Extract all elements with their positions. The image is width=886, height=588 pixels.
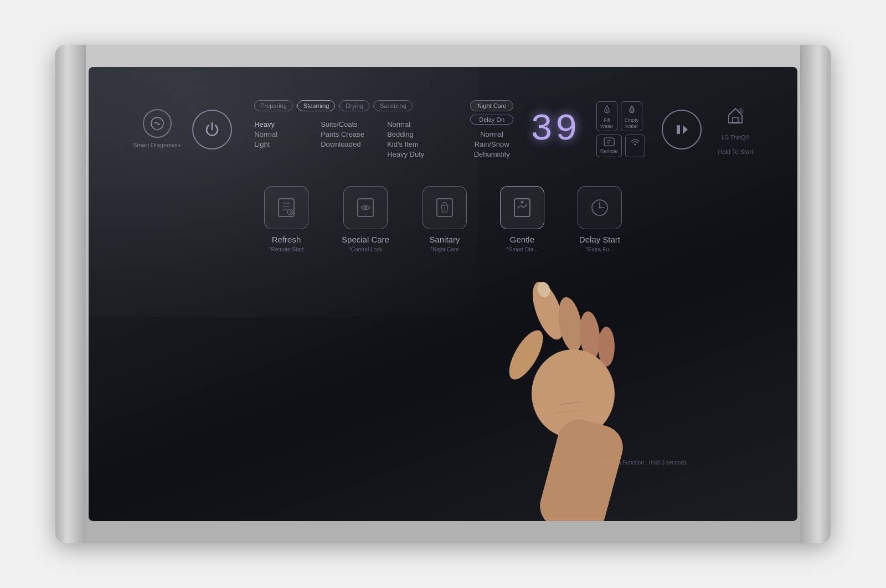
special-care-label: Special Care (342, 235, 389, 244)
stage-preparing[interactable]: Preparing (254, 100, 293, 111)
svg-point-5 (634, 144, 636, 146)
sanitary-label: Sanitary (429, 235, 460, 244)
night-care-tag[interactable]: Night Care (470, 100, 514, 111)
home-icon[interactable] (724, 104, 746, 131)
status-icon-row-top: FillWater EmptyWater (596, 101, 645, 132)
night-opt-dehumidify[interactable]: Dehumidify (470, 150, 514, 158)
delay-start-label: Delay Start (579, 235, 620, 244)
night-opt-normal[interactable]: Normal (470, 130, 514, 138)
svg-point-18 (521, 201, 523, 204)
refresh-button[interactable]: Refresh *Remote Start (264, 186, 308, 252)
sanitary-bedding[interactable]: Bedding (387, 130, 431, 138)
special-care-button[interactable]: Special Care *Control Lock (342, 186, 389, 252)
gentle-label: Gentle (510, 235, 534, 244)
svg-rect-2 (604, 138, 614, 146)
fill-water-icon: FillWater (596, 101, 617, 132)
left-side-strip (55, 45, 86, 543)
sanitary-normal[interactable]: Normal (387, 120, 431, 128)
special-suits-coats[interactable]: Suits/Coats (321, 120, 365, 128)
sanitary-options: Normal Bedding Kid's Item Heavy Duty (387, 120, 431, 158)
panel-content: Smart Diagnosis+ Preparing Steaming Dryi… (89, 67, 797, 521)
right-side-strip (800, 45, 831, 543)
refresh-sublabel: *Remote Start (269, 246, 304, 252)
stage-steaming[interactable]: Steaming (297, 100, 335, 111)
night-options: Normal Rain/Snow Dehumidify (470, 130, 514, 158)
special-care-options: Suits/Coats Pants Crease Downloaded (321, 120, 365, 158)
hold-to-start-label: Hold To Start (718, 148, 753, 155)
steaming-normal[interactable]: Normal (254, 130, 298, 138)
smart-diagnosis-label: Smart Diagnosis+ (133, 141, 181, 149)
gentle-sublabel: *Smart Dia... (507, 246, 538, 252)
special-downloaded[interactable]: Downloaded (321, 140, 365, 148)
digital-display: 39 (530, 111, 580, 148)
special-care-sublabel: *Control Lock (349, 246, 382, 252)
sanitary-kids[interactable]: Kid's Item (387, 140, 431, 148)
top-row: Smart Diagnosis+ Preparing Steaming Dryi… (89, 67, 797, 158)
sanitary-heavy-duty[interactable]: Heavy Duty (387, 150, 431, 158)
stage-drying[interactable]: Drying (339, 100, 369, 111)
remote-icon: Remote (596, 135, 622, 157)
appliance-body: Smart Diagnosis+ Preparing Steaming Dryi… (55, 45, 831, 543)
control-panel: Smart Diagnosis+ Preparing Steaming Dryi… (89, 67, 797, 521)
svg-rect-11 (279, 199, 294, 216)
power-button[interactable] (192, 110, 232, 149)
smart-diagnosis-icon (143, 109, 172, 138)
delay-start-button[interactable]: Delay Start *Extra Fu... (578, 186, 622, 252)
stage-sanitizing[interactable]: Sanitizing (374, 100, 413, 111)
sanitary-sublabel: *Night Care (430, 246, 459, 252)
night-opt-rain-snow[interactable]: Rain/Snow (470, 140, 514, 148)
home-label: LG ThinQ® (722, 135, 750, 141)
steaming-light[interactable]: Light (254, 140, 298, 148)
special-pants-crease[interactable]: Pants Crease (321, 130, 365, 138)
cycle-section: Preparing Steaming Drying Sanitizing Hea… (232, 100, 470, 158)
night-care-section: Night Care Delay On Normal Rain/Snow Deh… (470, 100, 514, 158)
svg-marker-7 (683, 125, 688, 134)
smart-diagnosis-button[interactable]: Smart Diagnosis+ (133, 109, 181, 149)
display-number: 39 (530, 111, 580, 148)
steaming-options: Heavy Normal Light (254, 120, 298, 158)
extra-function-note: ★ Extra Function : Hold 3 seconds (601, 460, 687, 466)
svg-rect-6 (677, 125, 680, 134)
wifi-icon (625, 135, 645, 157)
svg-point-14 (364, 206, 367, 209)
special-care-icon-box (343, 186, 388, 229)
gentle-button[interactable]: Gentle *Smart Dia... (500, 186, 544, 252)
status-icons: FillWater EmptyWater (596, 101, 645, 157)
home-connected-area: LG ThinQ® Hold To Start (718, 104, 753, 155)
svg-point-10 (740, 110, 742, 112)
svg-point-20 (599, 207, 600, 209)
refresh-label: Refresh (272, 235, 301, 244)
delay-on-tag[interactable]: Delay On (470, 115, 514, 125)
svg-rect-8 (733, 117, 738, 123)
status-icon-row-bottom: Remote (596, 135, 645, 157)
refresh-icon-box (264, 186, 308, 229)
play-pause-button[interactable] (662, 110, 702, 149)
suboptions-row: Heavy Normal Light Suits/Coats Pants Cre… (254, 120, 448, 158)
sanitary-icon-box (423, 186, 467, 229)
steaming-heavy[interactable]: Heavy (254, 120, 298, 128)
sanitary-button[interactable]: Sanitary *Night Care (423, 186, 467, 252)
gentle-icon-box (500, 186, 544, 229)
empty-water-icon: EmptyWater (621, 101, 643, 132)
bottom-buttons-row: Refresh *Remote Start Special Care (220, 186, 666, 252)
delay-start-sublabel: *Extra Fu... (586, 246, 614, 252)
delay-start-icon-box (578, 186, 622, 229)
cycle-progress-row: Preparing Steaming Drying Sanitizing (254, 100, 448, 111)
